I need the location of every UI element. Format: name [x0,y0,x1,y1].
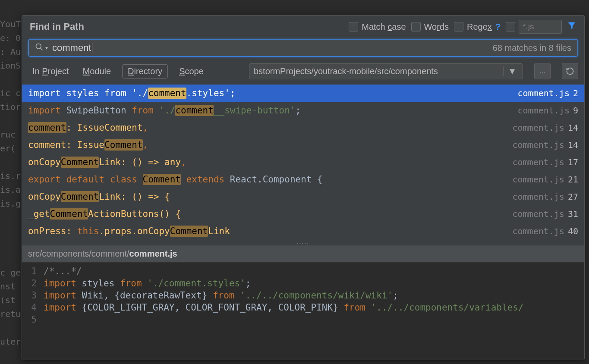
result-row[interactable]: comment: IssueComment,comment.js14 [22,119,584,136]
search-history-dropdown[interactable]: ▾ [45,45,48,51]
file-path-bar: src/components/comment/comment.js [22,245,584,263]
result-file-location: comment.js2 [518,88,578,98]
search-row: ▾ comment 68 matches in 8 files [22,37,584,60]
scope-tab-module[interactable]: Module [80,65,114,78]
file-mask-checkbox[interactable] [506,22,515,31]
words-option[interactable]: Words [411,22,449,32]
file-path-name: comment.js [129,249,177,258]
more-results-indicator: ..... [22,238,584,245]
scope-row: In Project Module Directory Scope bstorm… [22,60,584,85]
result-file-location: comment.js27 [512,191,578,202]
words-checkbox[interactable] [411,22,421,31]
result-file-location: comment.js14 [512,122,578,133]
result-row[interactable]: onCopyCommentLink: () => any,comment.js1… [22,154,584,171]
result-row[interactable]: import styles from './comment.styles';co… [22,85,584,102]
dialog-header: Find in Path Match case Words Regex ? *.… [22,16,584,37]
result-row[interactable]: onPress: this.props.onCopyCommentLinkcom… [22,223,584,240]
result-file-location: comment.js17 [512,157,578,167]
preview-pane[interactable]: 1/*...*/2import styles from './comment.s… [22,263,584,360]
regex-option[interactable]: Regex ? [454,22,501,32]
browse-button[interactable]: ... [534,63,551,79]
filter-icon[interactable] [567,21,576,33]
line-number: 4 [22,302,44,313]
results-area: import styles from './comment.styles';co… [22,85,584,360]
result-file-location: comment.js14 [512,140,578,150]
find-in-path-dialog: Find in Path Match case Words Regex ? *.… [22,15,585,360]
regex-label: Regex [467,22,492,32]
svg-line-1 [41,48,43,50]
match-case-checkbox[interactable] [349,22,358,31]
line-number: 2 [22,278,44,289]
directory-path-text: bstormProjects/youtrack-mobile/src/compo… [254,66,500,76]
line-number: 5 [22,314,44,325]
preview-line: 2import styles from './comment.styles'; [22,277,584,289]
path-dropdown-icon[interactable]: ▼ [503,66,518,76]
search-box[interactable]: ▾ comment 68 matches in 8 files [28,39,578,57]
directory-path-input[interactable]: bstormProjects/youtrack-mobile/src/compo… [249,63,523,79]
scope-tab-project[interactable]: In Project [30,65,72,78]
line-number: 1 [22,266,44,276]
preview-line: 4import {COLOR_LIGHT_GRAY, COLOR_FONT_GR… [22,301,584,314]
scope-tab-directory[interactable]: Directory [122,64,168,78]
result-file-location: comment.js21 [512,174,578,185]
match-count: 68 matches in 8 files [493,43,571,53]
result-row[interactable]: _getCommentActionButtons() {comment.js31 [22,205,584,223]
result-file-location: comment.js40 [512,226,578,236]
result-file-location: comment.js9 [518,105,578,116]
words-label: Words [424,22,449,32]
recursive-toggle[interactable] [562,63,578,79]
match-case-label: Match case [362,22,406,32]
search-icon [35,43,44,53]
file-path-prefix: src/components/comment/ [28,249,129,258]
scope-tab-scope[interactable]: Scope [176,65,206,78]
file-mask-input[interactable]: *.js [519,20,562,34]
editor-background: YouTe: 0: AuionS ic ctior rucer( is.ris.… [0,0,22,348]
search-input-text[interactable]: comment [52,42,91,53]
preview-line: 3import Wiki, {decorateRawText} from '..… [22,289,584,301]
file-mask-option[interactable]: *.js [506,20,562,34]
line-number: 3 [22,290,44,301]
result-row[interactable]: import SwipeButton from './comment__swip… [22,102,584,119]
preview-line: 1/*...*/ [22,265,584,277]
result-row[interactable]: export default class Comment extends Rea… [22,171,584,188]
text-caret [92,43,92,53]
result-list[interactable]: import styles from './comment.styles';co… [22,85,584,240]
regex-help-icon[interactable]: ? [495,22,501,32]
dialog-title: Find in Path [30,21,84,32]
result-row[interactable]: comment: IssueComment,comment.js14 [22,136,584,154]
regex-checkbox[interactable] [454,22,463,31]
match-case-option[interactable]: Match case [349,22,406,32]
result-row[interactable]: onCopyCommentLink: () => {comment.js27 [22,188,584,205]
preview-line: 5 [22,314,584,326]
result-file-location: comment.js31 [512,209,578,219]
svg-point-0 [36,44,41,49]
